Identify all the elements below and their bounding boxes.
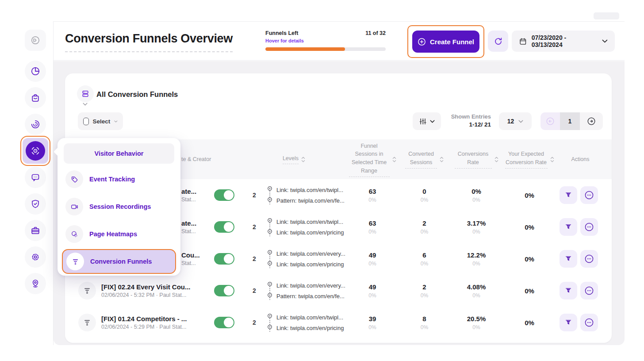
funnel-name[interactable]: ate...: [181, 219, 196, 227]
sessions-value: 63: [346, 219, 399, 227]
hover-for-details-link[interactable]: Hover for details: [265, 38, 304, 43]
funnel-step-link: Link: twipla.com/en/pricing: [276, 229, 344, 236]
date-range-picker[interactable]: 07/23/2020 - 03/13/2024: [512, 31, 615, 52]
funnel-row-icon: [78, 314, 96, 331]
chevron-down-icon: [114, 120, 118, 123]
funnel-steps-connector-icon: [267, 280, 273, 301]
funnel-step-link: Link: twipla.com/en/pricing: [276, 261, 345, 268]
menu-item-conversion-funnels[interactable]: Conversion Funnels: [62, 249, 176, 274]
levels-count: 2: [242, 255, 267, 262]
status-toggle[interactable]: [214, 285, 234, 296]
status-toggle[interactable]: [214, 221, 234, 233]
rate-value: 12.2%: [450, 251, 503, 259]
status-toggle[interactable]: [214, 253, 234, 265]
refresh-button[interactable]: [488, 31, 508, 52]
sort-icon: [440, 157, 444, 162]
view-funnel-button[interactable]: [560, 186, 577, 204]
sessions-sub: 0%: [346, 197, 399, 203]
view-funnel-button[interactable]: [560, 250, 577, 268]
select-all-checkbox[interactable]: [83, 118, 89, 125]
sidebar-item-dashboard[interactable]: [25, 61, 46, 82]
funnel-icon: [66, 253, 84, 270]
database-icon: [81, 89, 90, 98]
expected-rate-value: 0%: [503, 255, 556, 263]
converted-sub: 0%: [399, 292, 450, 299]
page-size-dropdown[interactable]: 12: [499, 112, 532, 130]
column-header-funnel-sessions[interactable]: Funnel Sessions in Selected Time Range: [346, 142, 399, 177]
create-funnel-button[interactable]: Create Funnel: [412, 31, 479, 53]
funnels-left-count: 11 of 32: [365, 30, 386, 36]
sidebar-item-settings[interactable]: [25, 246, 46, 268]
menu-item-event-tracking[interactable]: Event Tracking: [64, 167, 174, 191]
pagination: 1: [540, 112, 603, 130]
current-page-indicator[interactable]: 1: [560, 112, 580, 130]
column-filter-dropdown[interactable]: [413, 112, 441, 130]
sidebar-item-privacy[interactable]: [25, 193, 46, 215]
next-page-button[interactable]: [580, 112, 603, 130]
funnel-step-link: Pattern: twipla.com/en/fe...: [276, 293, 345, 300]
converted-sub: 0%: [399, 229, 450, 235]
funnel-name[interactable]: [FIX] 01.24 Competitors - ...: [101, 315, 187, 323]
converted-value: 2: [399, 219, 450, 227]
chevron-down-icon: [518, 120, 523, 123]
gear-icon: [30, 252, 41, 262]
funnels-left-widget: Funnels Left 11 of 32 Hover for details: [265, 30, 386, 51]
status-toggle[interactable]: [214, 189, 234, 201]
row-more-button[interactable]: [580, 218, 598, 236]
funnel-icon: [564, 318, 573, 327]
funnel-steps-connector-icon: [267, 312, 273, 333]
expected-rate-value: 0%: [503, 319, 556, 326]
rate-value: 20.5%: [450, 315, 503, 323]
active-item-highlight: [23, 138, 48, 164]
column-header-levels[interactable]: Levels: [242, 154, 346, 165]
visitor-behavior-flyout-menu: Visitor Behavior Event Tracking Session …: [58, 138, 180, 276]
column-header-converted-sessions[interactable]: Converted Sessions: [399, 150, 450, 169]
create-funnel-label: Create Funnel: [430, 38, 474, 46]
row-more-button[interactable]: [580, 282, 598, 300]
chat-bubble-icon: [30, 172, 41, 183]
row-more-button[interactable]: [580, 314, 598, 331]
status-toggle[interactable]: [214, 317, 234, 328]
menu-item-session-recordings[interactable]: Session Recordings: [64, 195, 174, 219]
converted-value: 2: [399, 283, 450, 291]
sidebar-item-communication[interactable]: [25, 167, 46, 188]
funnel-row-icon: [78, 282, 96, 300]
column-header-expected-rate[interactable]: Your Expected Conversion Rate: [503, 150, 556, 169]
panel-type-selector[interactable]: [77, 85, 94, 102]
converted-value: 6: [399, 251, 450, 259]
sidebar-item-collapse[interactable]: [25, 30, 46, 51]
menu-item-page-heatmaps[interactable]: Page Heatmaps: [64, 222, 174, 246]
tooltip-placeholder: [594, 12, 619, 19]
progressbar-fill: [265, 47, 345, 51]
funnel-name[interactable]: Cou...: [181, 251, 200, 259]
view-funnel-button[interactable]: [560, 218, 577, 236]
row-more-button[interactable]: [580, 186, 598, 204]
table-row: [FIX] 02.24 Every Visit Cou...02/06/2024…: [65, 275, 612, 307]
view-funnel-button[interactable]: [560, 282, 577, 300]
funnel-name[interactable]: [FIX] 02.24 Every Visit Cou...: [101, 283, 190, 291]
funnel-name[interactable]: ate...: [181, 188, 196, 195]
sidebar-item-visitor-behavior[interactable]: [20, 136, 50, 166]
calendar-icon: [519, 37, 527, 46]
funnel-step-link: Pattern: twipla.com/en/fe...: [276, 197, 345, 204]
view-funnel-button[interactable]: [560, 314, 577, 331]
sidebar-item-company[interactable]: [25, 220, 46, 241]
previous-page-button[interactable]: [540, 112, 560, 130]
sidebar-item-ecommerce[interactable]: [25, 87, 46, 108]
select-dropdown[interactable]: Select: [78, 112, 123, 130]
shown-entries-value: 1-12/ 21: [444, 121, 491, 128]
shown-entries-label: Shown Entries: [444, 113, 491, 120]
sort-icon: [494, 157, 498, 162]
column-header-conversions-rate[interactable]: Conversions Rate: [450, 150, 503, 169]
funnel-date-creator: 02/06/2024 - 5:29 PM · Paul Stat...: [101, 324, 187, 330]
column-header-actions: Actions: [556, 155, 601, 164]
sidebar-item-location[interactable]: [25, 273, 46, 294]
rate-sub: 0%: [450, 324, 503, 330]
row-more-button[interactable]: [580, 250, 598, 268]
funnel-date-creator: 02/06/2024 - 5:32 PM · Paul Stat...: [101, 292, 190, 298]
funnel-icon: [564, 286, 573, 295]
sidebar-item-statistics[interactable]: [25, 114, 46, 135]
sort-icon: [301, 157, 305, 162]
ellipsis-circle-icon: [584, 190, 594, 200]
sessions-sub: 0%: [346, 324, 399, 330]
